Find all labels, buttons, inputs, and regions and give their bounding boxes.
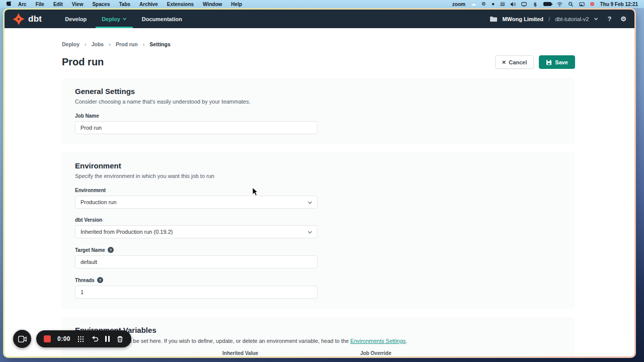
apple-icon[interactable] [6, 1, 12, 7]
display-icon[interactable] [521, 2, 527, 7]
search-icon[interactable] [568, 2, 574, 7]
breadcrumb-settings: Settings [149, 41, 170, 47]
volume-icon[interactable] [510, 2, 516, 7]
help-icon[interactable]: ? [607, 15, 611, 23]
threads-label: Threads ? [75, 277, 317, 283]
general-settings-title: General Settings [75, 87, 562, 96]
recording-timer: 0:00 [57, 335, 70, 342]
app-status-icon[interactable]: ▤ [500, 2, 505, 7]
breadcrumb: Deploy › Jobs › Prod run › Settings [62, 41, 575, 47]
nav-link-deploy[interactable]: Deploy [96, 10, 133, 28]
cancel-button[interactable]: × Cancel [495, 55, 534, 69]
environment-card: Environment Specify the environment in w… [62, 152, 575, 309]
settings-gear-icon[interactable]: ⚙ [620, 15, 626, 23]
environment-field: Environment Production run [75, 188, 317, 209]
stop-record-button[interactable] [44, 335, 51, 342]
column-header-job-override: Job Override [360, 350, 391, 356]
breadcrumb-prod-run[interactable]: Prod run [116, 41, 138, 47]
dbt-logo-icon [13, 13, 25, 25]
menubar-clock[interactable]: Thu 9 Feb 12:21 [600, 2, 638, 7]
environment-label: Environment [75, 188, 317, 193]
breadcrumb-separator-icon: › [109, 41, 111, 47]
menubar-item-window[interactable]: Window [198, 2, 226, 7]
environment-variables-description: Job level overrides can be set here. If … [75, 338, 562, 344]
title-row: Prod run × Cancel Save [62, 55, 575, 69]
gear-status-icon[interactable]: ⚙ [481, 2, 486, 7]
chevron-down-icon [122, 17, 127, 21]
dbt-navbar: dbt Develop Deploy Documentation MWong L… [5, 10, 634, 28]
breadcrumb-deploy[interactable]: Deploy [62, 41, 79, 47]
menubar-item-help[interactable]: Help [226, 2, 247, 7]
environment-variables-table-header: Inherited Value Job Override [75, 350, 562, 356]
drag-handle-icon[interactable] [77, 335, 85, 343]
recording-indicator-icon[interactable] [590, 2, 594, 6]
undo-restart-icon[interactable] [91, 335, 99, 343]
menubar-item-tabs[interactable]: Tabs [114, 2, 135, 7]
zoom-app-label[interactable]: zoom [452, 2, 465, 7]
environments-settings-link[interactable]: Environments Settings [350, 338, 406, 344]
general-settings-subtitle: Consider choosing a name that's easily u… [75, 99, 562, 105]
menubar-item-archive[interactable]: Archive [135, 2, 163, 7]
bluetooth-icon[interactable] [532, 2, 538, 7]
screen-mirroring-icon[interactable] [579, 2, 585, 7]
target-name-field: Target Name ? [75, 247, 317, 268]
video-camera-icon [18, 336, 27, 342]
breadcrumb-jobs[interactable]: Jobs [92, 41, 104, 47]
title-actions: × Cancel Save [495, 55, 575, 69]
account-name[interactable]: MWong Limited [502, 16, 543, 22]
threads-field: Threads ? [75, 277, 317, 299]
breadcrumb-separator-icon: › [85, 41, 87, 47]
close-x-icon: × [502, 58, 506, 66]
project-name[interactable]: dbt-tutorial-v2 [555, 16, 589, 22]
menubar-item-edit[interactable]: Edit [49, 2, 67, 7]
environment-variables-card: Environment Variables Job level override… [62, 317, 575, 356]
nav-links: Develop Deploy Documentation [59, 10, 188, 28]
nav-link-documentation[interactable]: Documentation [136, 10, 188, 28]
threads-input[interactable] [75, 286, 317, 299]
browser-window: dbt Develop Deploy Documentation MWong L… [5, 10, 634, 356]
save-button[interactable]: Save [539, 55, 575, 69]
macos-menubar: Arc File Edit View Spaces Tabs Archive E… [0, 0, 644, 8]
chevron-down-icon [307, 230, 312, 235]
dbt-brand-name: dbt [28, 14, 42, 24]
target-name-label: Target Name ? [75, 247, 317, 253]
dbt-version-label: dbt Version [75, 217, 317, 223]
environment-variables-title: Environment Variables [75, 326, 562, 334]
page-title: Prod run [62, 56, 104, 68]
menubar-item-spaces[interactable]: Spaces [88, 2, 114, 7]
job-name-input[interactable] [75, 121, 317, 134]
chevron-down-icon [307, 200, 312, 205]
breadcrumb-separator-icon: › [143, 41, 145, 47]
clock-status-icon[interactable]: ● [492, 2, 495, 7]
screen-recorder-toolbar: 0:00 [13, 330, 131, 348]
battery-icon[interactable] [543, 2, 551, 6]
cloud-icon[interactable]: ☁ [471, 2, 476, 7]
account-separator: / [548, 16, 550, 22]
dbt-version-field: dbt Version Inherited from Production ru… [75, 217, 317, 238]
nav-right: MWong Limited / dbt-tutorial-v2 ? ⚙ [490, 10, 626, 28]
help-question-icon[interactable]: ? [108, 247, 114, 253]
environment-subtitle: Specify the environment in which you wan… [75, 173, 562, 179]
dbt-version-select[interactable]: Inherited from Production run (0.19.2) [75, 225, 317, 238]
menubar-item-extensions[interactable]: Extensions [163, 2, 198, 7]
menubar-app-name[interactable]: Arc [14, 2, 31, 7]
trash-icon[interactable] [116, 335, 124, 343]
desktop: Arc File Edit View Spaces Tabs Archive E… [0, 0, 644, 362]
menubar-item-view[interactable]: View [67, 2, 88, 7]
environment-title: Environment [75, 161, 562, 170]
dbt-brand[interactable]: dbt [13, 10, 42, 28]
pause-button[interactable] [105, 336, 110, 342]
wifi-icon[interactable] [557, 2, 562, 7]
menubar-item-file[interactable]: File [31, 2, 49, 7]
camera-button[interactable] [13, 330, 31, 348]
recorder-controls-pill: 0:00 [36, 330, 131, 347]
general-settings-card: General Settings Consider choosing a nam… [62, 78, 575, 144]
browser-window-frame: dbt Develop Deploy Documentation MWong L… [3, 8, 636, 358]
target-name-input[interactable] [75, 255, 317, 268]
page-content: Deploy › Jobs › Prod run › Settings Prod… [5, 28, 634, 356]
environment-select[interactable]: Production run [75, 196, 317, 209]
nav-link-develop[interactable]: Develop [59, 10, 93, 28]
job-name-field: Job Name [75, 113, 317, 134]
project-chevron-down-icon[interactable] [594, 17, 598, 21]
help-question-icon[interactable]: ? [97, 277, 103, 283]
